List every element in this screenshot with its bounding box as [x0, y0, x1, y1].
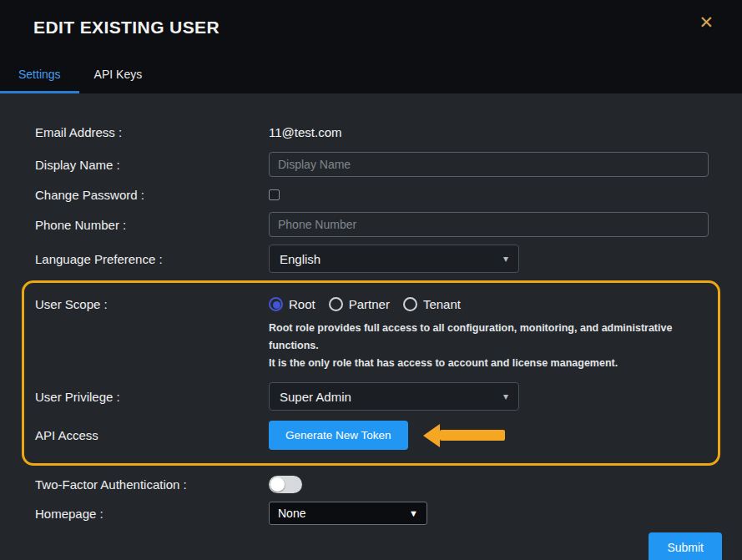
radio-root-label: Root: [289, 297, 315, 311]
select-caret-icon: ▼: [409, 508, 418, 518]
footer: Submit: [0, 532, 742, 560]
display-name-label: Display Name :: [35, 158, 269, 172]
email-value: 11@test.com: [269, 125, 742, 139]
toggle-knob: [270, 477, 285, 492]
email-row: Email Address : 11@test.com: [0, 120, 742, 144]
tab-api-keys-label: API Keys: [94, 68, 143, 81]
user-privilege-row: User Privilege : Super Admin ▾: [35, 382, 718, 411]
phone-label: Phone Number :: [35, 218, 269, 232]
radio-option-partner[interactable]: Partner: [329, 297, 390, 311]
two-factor-label: Two-Factor Authentication :: [35, 477, 269, 492]
change-password-checkbox[interactable]: [269, 189, 280, 200]
email-label: Email Address :: [35, 125, 269, 139]
user-scope-label: User Scope :: [35, 297, 269, 311]
two-factor-toggle[interactable]: [269, 476, 302, 493]
user-scope-row: User Scope : Root Partner Tenant: [35, 291, 718, 316]
homepage-selected-value: None: [278, 507, 305, 520]
phone-row: Phone Number :: [0, 212, 742, 237]
two-factor-row: Two-Factor Authentication :: [0, 474, 742, 494]
homepage-select[interactable]: None ▼: [269, 502, 427, 525]
user-scope-help-row: Root role provides full access to all co…: [35, 320, 718, 372]
form-body: Email Address : 11@test.com Display Name…: [0, 93, 742, 560]
language-selected-value: English: [280, 252, 321, 266]
radio-root-selected-icon: [269, 297, 283, 311]
language-row: Language Preference : English ▾: [0, 245, 742, 273]
homepage-row: Homepage : None ▼: [0, 502, 742, 525]
tab-api-keys[interactable]: API Keys: [79, 55, 158, 93]
user-scope-help-line1: Root role provides full access to all co…: [269, 320, 718, 355]
radio-tenant-label: Tenant: [423, 297, 461, 311]
display-name-row: Display Name :: [0, 152, 742, 177]
radio-tenant-icon: [403, 297, 417, 311]
api-access-label: API Access: [35, 428, 269, 442]
user-scope-help: Root role provides full access to all co…: [269, 320, 718, 372]
radio-partner-icon: [329, 297, 343, 311]
language-label: Language Preference :: [35, 252, 269, 266]
user-scope-help-line2: It is the only role that has access to a…: [269, 355, 718, 372]
user-privilege-dropdown[interactable]: Super Admin ▾: [269, 382, 519, 411]
tab-bar: Settings API Keys: [0, 55, 742, 93]
user-privilege-selected-value: Super Admin: [280, 390, 351, 404]
display-name-input[interactable]: [269, 152, 709, 177]
change-password-row: Change Password :: [0, 184, 742, 204]
user-scope-radio-group: Root Partner Tenant: [269, 297, 718, 311]
chevron-down-icon: ▾: [503, 253, 508, 265]
tab-settings[interactable]: Settings: [0, 55, 79, 93]
radio-option-tenant[interactable]: Tenant: [403, 297, 461, 311]
modal-header: EDIT EXISTING USER ✕: [0, 0, 742, 55]
annotation-arrow-left-icon: [423, 424, 505, 447]
radio-option-root[interactable]: Root: [269, 297, 315, 311]
radio-partner-label: Partner: [349, 297, 390, 311]
language-dropdown[interactable]: English ▾: [269, 245, 519, 273]
homepage-label: Homepage :: [35, 507, 269, 521]
phone-input[interactable]: [269, 212, 709, 237]
close-icon[interactable]: ✕: [699, 13, 714, 31]
annotation-highlight-box: User Scope : Root Partner Tenant: [22, 280, 720, 466]
generate-new-token-button[interactable]: Generate New Token: [269, 421, 408, 450]
chevron-down-icon: ▾: [503, 391, 508, 402]
user-privilege-label: User Privilege :: [35, 390, 269, 404]
page-title: EDIT EXISTING USER: [33, 18, 220, 38]
change-password-label: Change Password :: [35, 188, 269, 202]
api-access-row: API Access Generate New Token: [35, 421, 718, 450]
submit-button[interactable]: Submit: [649, 532, 722, 560]
tab-settings-label: Settings: [18, 68, 61, 81]
